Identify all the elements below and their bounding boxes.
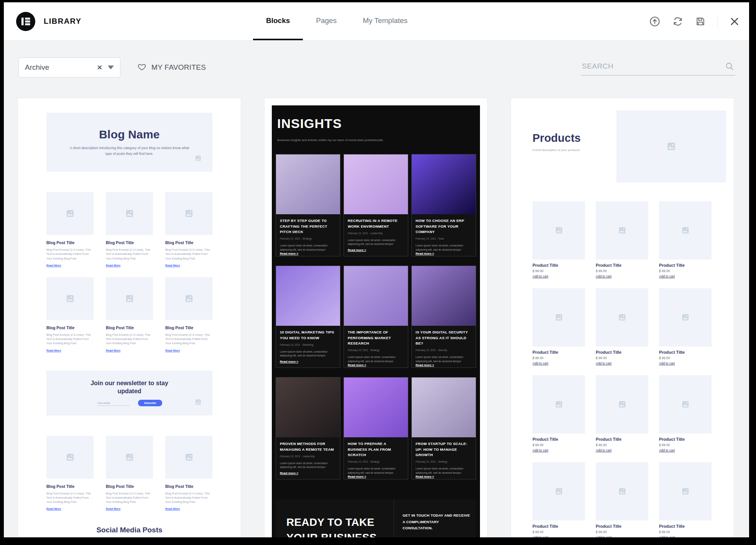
close-library-button[interactable] bbox=[729, 16, 740, 27]
blog-posts-row: Blog Post Title Blog Post Excerpt (2-3 L… bbox=[46, 277, 212, 352]
image-placeholder bbox=[659, 201, 712, 259]
blog-posts-row: Blog Post Title Blog Post Excerpt (2-3 L… bbox=[46, 436, 212, 511]
product-preview: Product Title $ 99.00 Add to cart bbox=[596, 288, 648, 365]
read-more-link: Read more > bbox=[348, 475, 404, 478]
blog-post-excerpt: Blog Post Excerpt (2-3 Lines). This Text… bbox=[165, 248, 212, 261]
article-image bbox=[412, 378, 476, 437]
read-more-link: Read more > bbox=[280, 471, 336, 475]
blog-description: A short description introducing this cat… bbox=[66, 145, 193, 156]
product-preview: Product Title $ 99.00 Add to cart bbox=[659, 201, 712, 278]
read-more-link: Read more > bbox=[280, 252, 336, 255]
image-placeholder bbox=[106, 192, 153, 235]
subscribe-button: Subscribe bbox=[138, 400, 162, 406]
floppy-disk-icon bbox=[695, 16, 706, 27]
product-price: $ 99.00 bbox=[596, 356, 648, 360]
tab-blocks[interactable]: Blocks bbox=[253, 2, 303, 40]
product-preview: Product Title $ 99.00 Add to cart bbox=[659, 375, 712, 452]
insights-heading: INSIGHTS bbox=[276, 116, 476, 131]
article-image bbox=[276, 378, 340, 437]
article-card: From startup to scale-up: how to manage … bbox=[411, 377, 476, 479]
add-to-cart-link: Add to cart bbox=[532, 361, 585, 365]
toolbar-divider bbox=[717, 15, 718, 28]
product-title: Product Title bbox=[596, 524, 648, 529]
product-title: Product Title bbox=[532, 524, 585, 529]
template-card-products[interactable]: Products A brief description of your pro… bbox=[511, 98, 734, 537]
category-select-value: Archive bbox=[25, 63, 49, 72]
article-excerpt: Lorem ipsum dolor sit amet, consectetur … bbox=[416, 467, 472, 475]
template-grid: Blog Name A short description introducin… bbox=[4, 77, 749, 537]
product-title: Product Title bbox=[532, 350, 585, 355]
article-title: From startup to scale-up: how to manage … bbox=[416, 441, 472, 458]
read-more-link: Read more > bbox=[416, 252, 472, 255]
add-to-cart-link: Add to cart bbox=[532, 448, 585, 452]
email-field: Your email bbox=[97, 401, 130, 406]
search-input[interactable] bbox=[581, 60, 735, 76]
filter-bar: Archive ✕ MY FAVORITES bbox=[4, 41, 749, 77]
tab-my-templates[interactable]: My Templates bbox=[350, 2, 421, 40]
article-title: How to prepare a business plan from scra… bbox=[348, 441, 404, 458]
read-more-link: Read more > bbox=[416, 475, 472, 478]
read-more-link: Read more > bbox=[416, 363, 472, 367]
blog-post-excerpt: Blog Post Excerpt (2-3 Lines). This Text… bbox=[165, 491, 212, 504]
image-placeholder bbox=[532, 462, 585, 520]
article-image bbox=[276, 266, 340, 326]
product-preview: Product Title $ 99.00 Add to cart bbox=[532, 375, 585, 452]
insights-section: INSIGHTS Business insights and articles … bbox=[272, 105, 480, 537]
article-card: How to choose an ERP software for your c… bbox=[411, 154, 476, 256]
article-meta: February 10, 2021 · Marketing bbox=[280, 343, 336, 346]
sync-library-button[interactable] bbox=[672, 16, 684, 27]
article-title: Recruiting in a remote work environment bbox=[348, 218, 404, 229]
cta-note: GET IN TOUCH TODAY AND RECEIVE A COMPLIM… bbox=[403, 512, 470, 531]
product-price: $ 99.00 bbox=[659, 530, 712, 534]
article-title: The importance of performing market rese… bbox=[348, 330, 404, 346]
product-preview: Product Title $ 99.00 Add to cart bbox=[532, 288, 585, 365]
save-template-button[interactable] bbox=[695, 16, 706, 27]
header-toolbar bbox=[649, 2, 749, 40]
image-placeholder bbox=[532, 375, 585, 433]
products-header: Products A brief description of your pro… bbox=[532, 110, 712, 182]
image-placeholder bbox=[532, 288, 585, 346]
add-to-cart-link: Add to cart bbox=[659, 448, 712, 452]
blog-post-excerpt: Blog Post Excerpt (2-3 Lines). This Text… bbox=[106, 248, 153, 261]
heart-icon bbox=[137, 62, 146, 73]
image-placeholder bbox=[596, 201, 648, 259]
article-image bbox=[344, 266, 408, 326]
refresh-icon bbox=[672, 16, 684, 27]
blog-post-preview: Blog Post Title Blog Post Excerpt (2-3 L… bbox=[165, 436, 212, 511]
import-template-button[interactable] bbox=[649, 16, 661, 27]
products-row: Product Title $ 99.00 Add to cart Produc… bbox=[532, 462, 712, 537]
my-favorites-toggle[interactable]: MY FAVORITES bbox=[137, 62, 206, 73]
blog-post-preview: Blog Post Title Blog Post Excerpt (2-3 L… bbox=[46, 436, 94, 511]
image-placeholder bbox=[165, 192, 212, 235]
image-placeholder bbox=[46, 192, 94, 235]
add-to-cart-link: Add to cart bbox=[596, 448, 648, 452]
template-card-blog-archive[interactable]: Blog Name A short description introducin… bbox=[18, 98, 241, 537]
read-more-link: Read More bbox=[106, 507, 153, 511]
product-title: Product Title bbox=[659, 437, 712, 442]
product-price: $ 99.00 bbox=[596, 530, 648, 534]
add-to-cart-link: Add to cart bbox=[532, 535, 585, 537]
circle-arrow-up-icon bbox=[649, 16, 661, 27]
blog-post-preview: Blog Post Title Blog Post Excerpt (2-3 L… bbox=[46, 192, 94, 267]
product-preview: Product Title $ 99.00 Add to cart bbox=[532, 462, 585, 537]
product-price: $ 99.00 bbox=[596, 269, 648, 273]
article-meta: February 10, 2021 · Tools bbox=[416, 237, 472, 240]
category-select[interactable]: Archive ✕ bbox=[18, 57, 120, 77]
article-title: Is your digital security as strong as it… bbox=[416, 330, 472, 346]
product-preview: Product Title $ 99.00 Add to cart bbox=[596, 375, 648, 452]
blog-post-title: Blog Post Title bbox=[165, 325, 212, 330]
tab-pages[interactable]: Pages bbox=[303, 2, 350, 40]
article-meta: February 10, 2021 · Strategy bbox=[280, 237, 336, 240]
product-preview: Product Title $ 99.00 Add to cart bbox=[659, 288, 712, 365]
clear-category-icon[interactable]: ✕ bbox=[97, 64, 102, 71]
read-more-link: Read more > bbox=[348, 363, 404, 367]
article-meta: February 10, 2021 · Strategy bbox=[348, 349, 404, 351]
newsletter-heading: Join our newsletter to stay updated bbox=[87, 379, 172, 396]
article-image bbox=[276, 154, 340, 214]
article-image bbox=[412, 266, 476, 326]
add-to-cart-link: Add to cart bbox=[659, 361, 712, 365]
article-card: Proven methods for managing a remote tea… bbox=[276, 377, 340, 479]
article-excerpt: Lorem ipsum dolor sit amet, consectetur … bbox=[348, 355, 404, 363]
image-placeholder-icon bbox=[195, 399, 202, 405]
template-card-insights[interactable]: INSIGHTS Business insights and articles … bbox=[264, 98, 488, 537]
